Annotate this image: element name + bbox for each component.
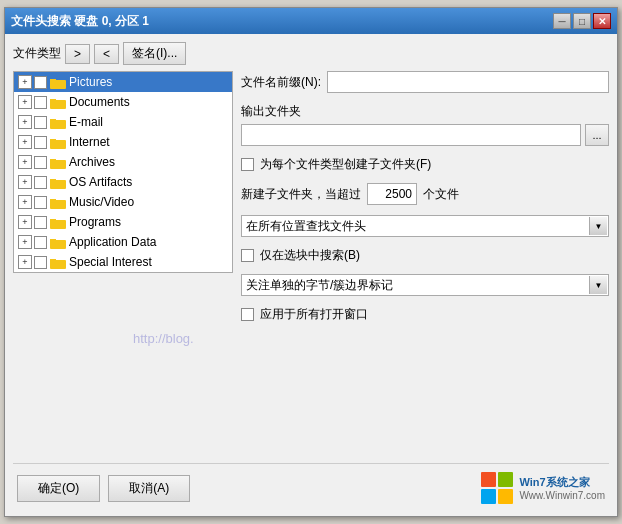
output-folder-label: 输出文件夹 [241,103,609,120]
tag-button[interactable]: 签名(I)... [123,42,186,65]
tree-item-checkbox[interactable] [34,96,47,109]
svg-rect-23 [498,489,513,504]
svg-rect-5 [50,120,66,129]
tree-item[interactable]: +E-mail [14,112,232,132]
watermark: http://blog. [133,331,194,346]
ok-button[interactable]: 确定(O) [17,475,100,502]
tree-expand-btn[interactable]: + [18,195,32,209]
tree-item-label: Documents [69,95,130,109]
search-location-dropdown[interactable]: 在所有位置查找文件头 仅在选中位置查找文件头 [241,215,609,237]
tree-expand-btn[interactable]: + [18,175,32,189]
tree-item[interactable]: +Application Data [14,232,232,252]
svg-rect-13 [50,200,66,209]
tree-expand-btn[interactable]: + [18,115,32,129]
tree-item-label: Music/Video [69,195,134,209]
create-subfolders-checkbox[interactable] [241,158,254,171]
new-folder-row: 新建子文件夹，当超过 个文件 [241,183,609,205]
title-bar-buttons: ─ □ ✕ [553,13,611,29]
tree-item-label: Pictures [69,75,112,89]
bottom-right: Win7系统之家 Www.Winwin7.com [479,470,605,506]
tree-item-label: Programs [69,215,121,229]
folder-icon [50,76,66,89]
tree-item[interactable]: +Archives [14,152,232,172]
folder-icon [50,196,66,209]
output-folder-input[interactable] [241,124,581,146]
window-title: 文件头搜索 硬盘 0, 分区 1 [11,13,149,30]
tree-item-checkbox[interactable] [34,256,47,269]
search-dropdown-row: 在所有位置查找文件头 仅在选中位置查找文件头 ▼ [241,215,609,237]
tree-item-checkbox[interactable] [34,236,47,249]
left-panel-container: +Pictures+Documents+E-mail+Internet+Arch… [13,71,233,459]
new-folder-unit: 个文件 [423,186,459,203]
tree-item[interactable]: +Special Interest [14,252,232,272]
tree-item[interactable]: +Documents [14,92,232,112]
tree-item-label: Archives [69,155,115,169]
folder-icon [50,156,66,169]
svg-rect-3 [50,100,66,109]
tree-item[interactable]: +Pictures [14,72,232,92]
tree-expand-btn[interactable]: + [18,75,32,89]
folder-icon [50,116,66,129]
svg-rect-1 [50,80,66,89]
create-subfolders-label: 为每个文件类型创建子文件夹(F) [260,156,431,173]
tree-item-checkbox[interactable] [34,196,47,209]
tree-item-label: Internet [69,135,110,149]
file-type-label: 文件类型 [13,45,61,62]
folder-icon [50,236,66,249]
output-folder-section: 输出文件夹 ... [241,103,609,146]
main-content: +Pictures+Documents+E-mail+Internet+Arch… [13,71,609,459]
create-subfolders-row: 为每个文件类型创建子文件夹(F) [241,156,609,173]
maximize-button[interactable]: □ [573,13,591,29]
tree-item-checkbox[interactable] [34,216,47,229]
browse-button[interactable]: ... [585,124,609,146]
tree-expand-btn[interactable]: + [18,235,32,249]
bottom-bar: 确定(O) 取消(A) Win7系统之家 Www.Winwin7.com [13,463,609,508]
search-dropdown-wrapper: 在所有位置查找文件头 仅在选中位置查找文件头 ▼ [241,215,609,237]
expand-button[interactable]: > [65,44,90,64]
apply-all-windows-label: 应用于所有打开窗口 [260,306,368,323]
tree-expand-btn[interactable]: + [18,215,32,229]
tree-expand-btn[interactable]: + [18,95,32,109]
svg-rect-19 [50,260,66,269]
svg-rect-17 [50,240,66,249]
tree-item-label: E-mail [69,115,103,129]
svg-rect-7 [50,140,66,149]
new-folder-label: 新建子文件夹，当超过 [241,186,361,203]
focus-dropdown[interactable]: 关注单独的字节/簇边界标记 忽略边界标记 [241,274,609,296]
tree-item-checkbox[interactable] [34,76,47,89]
filename-prefix-row: 文件名前缀(N): [241,71,609,93]
svg-rect-15 [50,220,66,229]
collapse-button[interactable]: < [94,44,119,64]
window-body: 文件类型 > < 签名(I)... +Pictures+Documents+E-… [5,34,617,516]
folder-icon [50,176,66,189]
tree-expand-btn[interactable]: + [18,135,32,149]
filename-prefix-input[interactable] [327,71,609,93]
tree-item[interactable]: +Programs [14,212,232,232]
folder-threshold-input[interactable] [367,183,417,205]
tree-expand-btn[interactable]: + [18,155,32,169]
tree-item-checkbox[interactable] [34,116,47,129]
folder-icon [50,256,66,269]
tree-item-checkbox[interactable] [34,136,47,149]
tree-item[interactable]: +Music/Video [14,192,232,212]
tree-item[interactable]: +Internet [14,132,232,152]
cancel-button[interactable]: 取消(A) [108,475,190,502]
tree-item-checkbox[interactable] [34,156,47,169]
search-in-selection-row: 仅在选块中搜索(B) [241,247,609,264]
output-folder-row: ... [241,124,609,146]
folder-icon [50,216,66,229]
tree-item[interactable]: +OS Artifacts [14,172,232,192]
apply-all-windows-checkbox[interactable] [241,308,254,321]
tree-expand-btn[interactable]: + [18,255,32,269]
site-brand: Win7系统之家 [519,475,605,490]
search-in-selection-label: 仅在选块中搜索(B) [260,247,360,264]
search-in-selection-checkbox[interactable] [241,249,254,262]
minimize-button[interactable]: ─ [553,13,571,29]
svg-rect-11 [50,180,66,189]
windows-logo-icon [479,470,515,506]
tree-item-checkbox[interactable] [34,176,47,189]
close-button[interactable]: ✕ [593,13,611,29]
svg-rect-20 [481,472,496,487]
svg-rect-21 [498,472,513,487]
svg-rect-22 [481,489,496,504]
